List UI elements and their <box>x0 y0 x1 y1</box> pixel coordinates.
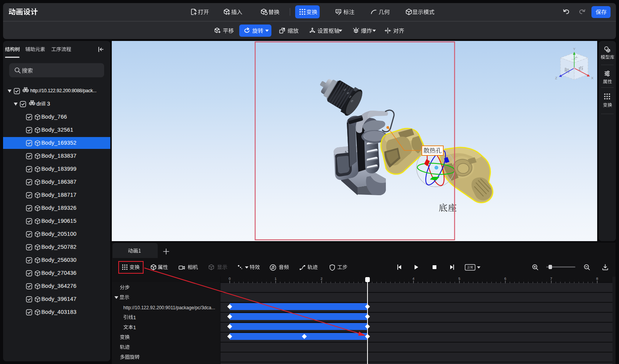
svg-text:X: X <box>591 76 594 80</box>
svg-text:Y: Y <box>573 47 576 51</box>
svg-text:Z: Z <box>555 76 557 80</box>
